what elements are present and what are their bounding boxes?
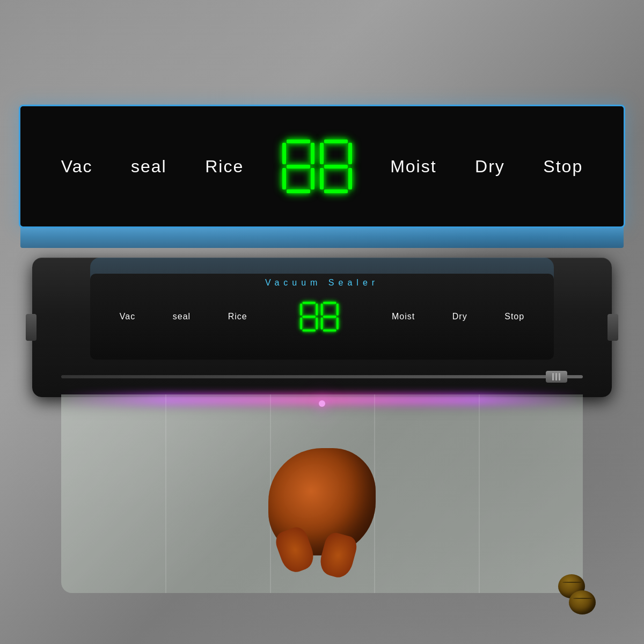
device-btn-stop[interactable]: Stop xyxy=(504,312,524,321)
walnuts xyxy=(558,574,601,617)
device-body: Vacuum Sealer Vac seal Rice xyxy=(32,258,612,397)
chicken xyxy=(247,432,397,582)
device-panel: Vacuum Sealer Vac seal Rice xyxy=(90,274,554,360)
zoom-btn-dry[interactable]: Dry xyxy=(475,157,505,177)
zoom-btn-moist[interactable]: Moist xyxy=(390,157,436,177)
device-digit-left xyxy=(301,302,318,332)
clip-left xyxy=(26,314,36,341)
panel-zoom: Vac seal Rice Moist Dry Stop xyxy=(19,105,625,228)
zoom-btn-stop[interactable]: Stop xyxy=(543,157,583,177)
device-digit-right xyxy=(321,302,339,332)
device-btn-rice[interactable]: Rice xyxy=(228,312,247,321)
slider-bar[interactable] xyxy=(61,375,583,378)
clip-right xyxy=(608,314,618,341)
device-btn-moist[interactable]: Moist xyxy=(392,312,415,321)
brand-label: Vacuum Sealer xyxy=(265,278,379,288)
zoom-btn-rice[interactable]: Rice xyxy=(205,157,244,177)
device-btn-dry[interactable]: Dry xyxy=(452,312,467,321)
food-bag xyxy=(61,394,583,593)
device-btn-vac[interactable]: Vac xyxy=(120,312,135,321)
device-btn-seal[interactable]: seal xyxy=(173,312,191,321)
slider-handle[interactable] xyxy=(546,371,567,383)
zoom-digit-left xyxy=(282,140,314,193)
zoom-display xyxy=(282,140,352,193)
zoom-digit-right xyxy=(320,140,352,193)
device-container: Vacuum Sealer Vac seal Rice xyxy=(32,258,612,440)
zoom-btn-seal[interactable]: seal xyxy=(131,157,167,177)
zoom-btn-vac[interactable]: Vac xyxy=(61,157,93,177)
device-display xyxy=(301,302,339,332)
walnut-2 xyxy=(569,590,596,614)
